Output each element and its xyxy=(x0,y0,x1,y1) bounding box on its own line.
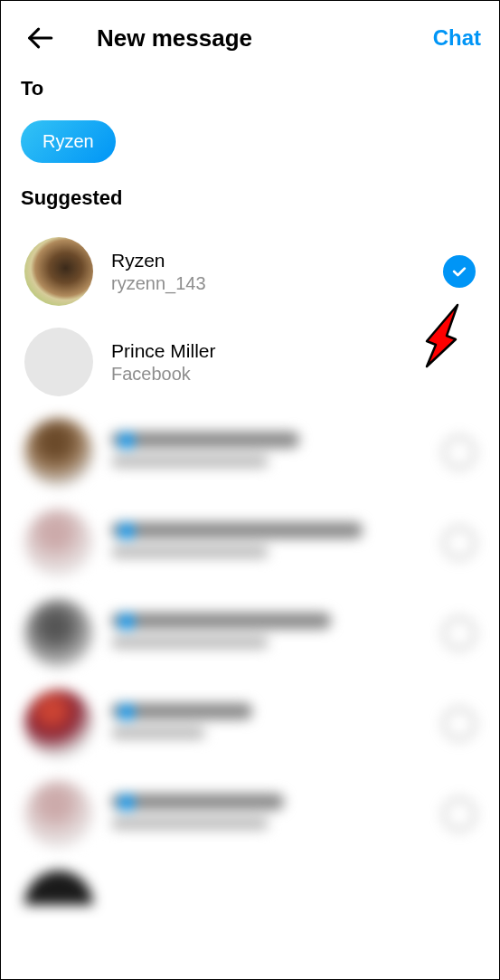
suggested-label: Suggested xyxy=(1,181,499,226)
contact-subtitle-blurred xyxy=(111,636,269,649)
contact-subtitle-blurred xyxy=(111,817,269,830)
contact-name-blurred xyxy=(111,522,363,538)
contact-item-prince-miller[interactable]: Prince Miller Facebook xyxy=(1,317,499,407)
avatar xyxy=(24,780,93,849)
recipient-chip[interactable]: Ryzen xyxy=(21,120,116,163)
avatar xyxy=(24,690,93,758)
avatar xyxy=(24,599,93,668)
avatar xyxy=(24,237,93,306)
contact-subtitle-blurred xyxy=(111,546,269,558)
verified-badge-icon xyxy=(118,433,135,449)
contact-item-blurred[interactable] xyxy=(1,769,499,860)
contact-text xyxy=(111,432,425,473)
chat-button[interactable]: Chat xyxy=(433,25,481,51)
contact-name: Ryzen xyxy=(111,250,425,271)
contact-name-blurred xyxy=(111,613,331,629)
unselected-checkbox[interactable] xyxy=(443,617,476,650)
header: New message Chat xyxy=(1,1,499,68)
contact-item-blurred[interactable] xyxy=(1,679,499,769)
contact-item-blurred[interactable] xyxy=(1,588,499,679)
selected-checkmark-icon[interactable] xyxy=(443,255,476,288)
unselected-checkbox[interactable] xyxy=(443,798,476,831)
avatar xyxy=(24,871,93,905)
contact-subtitle: ryzenn_143 xyxy=(111,273,425,294)
contact-text xyxy=(111,613,425,654)
verified-badge-icon xyxy=(118,614,135,630)
contact-text xyxy=(111,794,425,835)
contact-text: Ryzen ryzenn_143 xyxy=(111,250,425,294)
contact-name: Prince Miller xyxy=(111,340,476,362)
verified-badge-icon xyxy=(118,794,135,811)
recipient-chips: Ryzen xyxy=(1,106,499,181)
to-section: To xyxy=(1,68,499,106)
contact-subtitle: Facebook xyxy=(111,364,476,385)
contact-name-blurred xyxy=(111,794,284,810)
unselected-checkbox[interactable] xyxy=(443,527,476,559)
unselected-checkbox[interactable] xyxy=(443,436,476,469)
verified-badge-icon xyxy=(118,523,135,539)
contact-text: Prince Miller Facebook xyxy=(111,340,476,385)
back-button[interactable] xyxy=(19,17,61,59)
contact-name-blurred xyxy=(111,432,299,448)
contact-item-blurred[interactable] xyxy=(1,407,499,498)
contact-subtitle-blurred xyxy=(111,455,269,468)
avatar xyxy=(24,509,93,577)
avatar xyxy=(24,418,93,487)
contact-text xyxy=(111,703,425,745)
contact-list: Ryzen ryzenn_143 Prince Miller Facebook xyxy=(1,226,499,905)
contact-item-ryzen[interactable]: Ryzen ryzenn_143 xyxy=(1,226,499,317)
contact-text xyxy=(111,522,425,564)
contact-subtitle-blurred xyxy=(111,727,205,739)
verified-badge-icon xyxy=(118,704,135,720)
check-icon xyxy=(450,262,468,281)
to-label: To xyxy=(21,77,479,100)
contact-name-blurred xyxy=(111,703,252,719)
arrow-left-icon xyxy=(24,23,55,53)
avatar xyxy=(24,328,93,396)
page-title: New message xyxy=(97,24,433,52)
contact-item-blurred[interactable] xyxy=(1,860,499,905)
unselected-checkbox[interactable] xyxy=(443,708,476,740)
contact-item-blurred[interactable] xyxy=(1,498,499,588)
